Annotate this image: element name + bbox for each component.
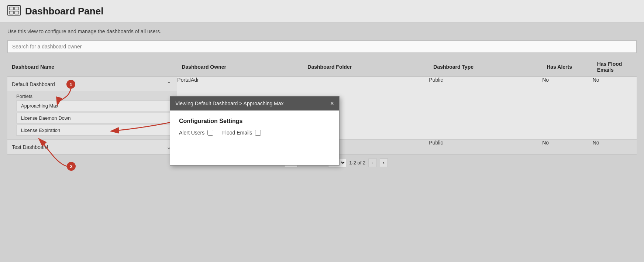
svg-rect-3: [9, 11, 13, 14]
col-header-owner: Dashboard Owner: [177, 57, 303, 77]
col-header-flood: Has Flood Emails: [593, 57, 637, 77]
page-description: Use this view to configure and manage th…: [0, 23, 644, 39]
modal-spacer: [179, 136, 330, 158]
page-header: Dashboard Panel: [0, 0, 644, 23]
col-header-alerts: Has Alerts: [542, 57, 592, 77]
col-header-folder: Dashboard Folder: [303, 57, 429, 77]
col-header-name: Dashboard Name: [7, 57, 177, 77]
portlet-license-daemon-down[interactable]: License Daemon Down: [16, 113, 173, 123]
modal-header: Viewing Default Dashboard > Approaching …: [170, 96, 339, 110]
svg-rect-2: [15, 7, 19, 10]
default-dashboard-row[interactable]: Default Dashboard ⌃: [7, 77, 177, 91]
alert-users-checkbox[interactable]: [207, 130, 213, 136]
flood-emails-checkbox[interactable]: [255, 130, 261, 136]
portlets-section: Portlets Approaching Max License Daemon …: [7, 91, 177, 139]
search-input[interactable]: [7, 40, 637, 53]
modal-title: Viewing Default Dashboard > Approaching …: [175, 101, 284, 106]
modal-close-button[interactable]: ×: [330, 100, 334, 107]
modal-settings-row: Alert Users Flood Emails: [179, 130, 330, 136]
default-dashboard-label: Default Dashboard: [12, 81, 55, 87]
row1-alerts-cell: No: [542, 77, 592, 140]
dashboard-panel-icon: [7, 5, 21, 17]
test-dashboard-label: Test Dashboard: [12, 144, 48, 150]
configuration-modal: Viewing Default Dashboard > Approaching …: [170, 96, 340, 166]
row1-type-cell: Public: [429, 77, 542, 140]
alert-users-label: Alert Users: [179, 130, 204, 136]
search-container: [0, 39, 644, 57]
svg-rect-1: [9, 7, 13, 10]
row1-flood-cell: No: [593, 77, 637, 140]
range-label: 1-2 of 2: [349, 160, 365, 166]
row2-name-cell: Test Dashboard ⌄: [7, 140, 177, 154]
col-header-type: Dashboard Type: [429, 57, 542, 77]
alert-users-setting: Alert Users: [179, 130, 213, 136]
page-container: Dashboard Panel Use this view to configu…: [0, 0, 644, 262]
table-header-row: Dashboard Name Dashboard Owner Dashboard…: [7, 57, 637, 77]
flood-emails-label: Flood Emails: [222, 130, 252, 136]
portlet-approaching-max[interactable]: Approaching Max: [16, 101, 173, 111]
modal-body: Configuration Settings Alert Users Flood…: [170, 110, 339, 165]
collapse-button[interactable]: ⌃: [165, 81, 173, 88]
row2-flood-cell: No: [593, 140, 637, 154]
page-title: Dashboard Panel: [25, 6, 103, 17]
test-dashboard-row[interactable]: Test Dashboard ⌄: [7, 140, 177, 154]
row2-type-cell: Public: [429, 140, 542, 154]
portlets-label: Portlets: [16, 93, 173, 99]
prev-page-button[interactable]: ‹: [368, 159, 376, 167]
portlet-license-expiration[interactable]: License Expiration: [16, 125, 173, 136]
row2-alerts-cell: No: [542, 140, 592, 154]
svg-rect-4: [15, 11, 19, 14]
flood-emails-setting: Flood Emails: [222, 130, 261, 136]
row1-name-cell: Default Dashboard ⌃ Portlets Approaching…: [7, 77, 177, 140]
modal-section-title: Configuration Settings: [179, 118, 330, 125]
next-page-button[interactable]: ›: [380, 159, 388, 167]
